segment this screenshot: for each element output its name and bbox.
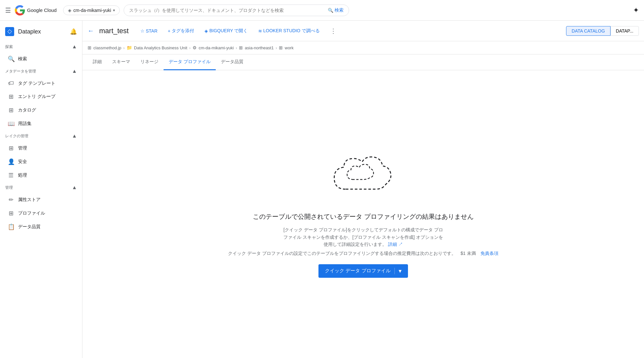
google-logo-svg: [15, 5, 25, 15]
tab-lineage[interactable]: リネージ: [135, 54, 164, 70]
cost-description: クイック データ プロファイルの設定でこのテーブルをプロファイリングする場合の推…: [228, 251, 498, 256]
looker-label: LOOKER STUDIO で調べる: [263, 28, 320, 34]
breadcrumb-region[interactable]: ⊞ asia-northeast1: [239, 45, 274, 50]
sidebar-item-tag-templates[interactable]: 🏷 タグ テンプレート: [0, 77, 82, 90]
sidebar-item-glossary-label: 用語集: [18, 121, 32, 127]
datap-tab-button[interactable]: DATAP...: [611, 26, 639, 36]
sidebar-item-manage[interactable]: ⊞ 管理: [0, 141, 82, 155]
breadcrumb-region-label: asia-northeast1: [245, 45, 274, 50]
global-search-input[interactable]: [129, 8, 325, 13]
tab-details[interactable]: 詳細: [88, 54, 107, 70]
tab-data-quality[interactable]: データ品質: [216, 54, 249, 70]
sidebar-item-process-label: 処理: [18, 172, 27, 178]
data-quality-icon: 📋: [8, 223, 14, 230]
project-icon: ◈: [68, 8, 71, 13]
detail-link[interactable]: 詳細 ↗: [388, 242, 403, 247]
folder-icon: 📁: [127, 45, 132, 50]
breadcrumb: ⊞ classmethod.jp › 📁 Data Analytics Busi…: [82, 41, 644, 54]
sidebar-section-lake[interactable]: レイクの管理 ▲: [0, 131, 82, 141]
sidebar-item-glossary[interactable]: 📖 用語集: [0, 117, 82, 131]
breadcrumb-data-analytics[interactable]: 📁 Data Analytics Business Unit: [127, 45, 187, 50]
sidebar-item-catalog-label: カタログ: [18, 107, 36, 113]
dropdown-arrow-icon: ▾: [399, 267, 402, 275]
plus-icon: +: [168, 28, 170, 34]
breadcrumb-project-label: cm-da-mikami-yuki: [199, 45, 234, 50]
gc-logo-text: Google Cloud: [27, 7, 57, 13]
disclaimer-link[interactable]: 免責条項: [480, 251, 498, 256]
sidebar-item-profile-label: プロファイル: [18, 210, 45, 216]
sidebar-item-entry-group-label: エントリ グループ: [18, 94, 55, 100]
profile-icon: ⊞: [8, 210, 14, 217]
page-title: mart_test: [99, 27, 129, 35]
bell-icon[interactable]: 🔔: [70, 28, 77, 35]
sidebar-item-security[interactable]: 👤 安全: [0, 155, 82, 169]
quick-profile-label: クイック データ プロファイル: [325, 268, 390, 274]
sidebar-section-search[interactable]: 探索 ▲: [0, 41, 82, 52]
tabs-bar: 詳細 スキーマ リネージ データ プロファイル データ品質: [82, 54, 644, 70]
tab-schema[interactable]: スキーマ: [107, 54, 135, 70]
main-empty-state: このテーブルで公開されているデータ プロファイリングの結果はありません [クイッ…: [82, 70, 644, 358]
sidebar-item-process[interactable]: ☰ 処理: [0, 169, 82, 182]
quick-profile-button[interactable]: クイック データ プロファイル ▾: [318, 264, 408, 278]
top-nav: ☰ Google Cloud ◈ cm-da-mikami-yuki ▾ 🔍 検…: [0, 0, 644, 21]
looker-icon: ≋: [258, 28, 262, 34]
search-button[interactable]: 🔍 検索: [328, 7, 344, 13]
sidebar-section-metadata[interactable]: メタデータを管理 ▲: [0, 66, 82, 77]
bigquery-open-button[interactable]: ◈ BIGQUERY で開く: [201, 26, 251, 36]
grid-icon: ⊞: [279, 45, 283, 50]
back-button[interactable]: ←: [88, 27, 94, 34]
breadcrumb-project[interactable]: ⚙ cm-da-mikami-yuki: [193, 45, 234, 50]
attribute-store-icon: ✏: [8, 196, 14, 203]
manage-icon: ⊞: [8, 145, 14, 152]
tag-icon: 🏷: [8, 80, 14, 87]
breadcrumb-classmethod-label: classmethod.jp: [93, 45, 121, 50]
breadcrumb-separator: ›: [236, 45, 237, 50]
empty-state-description: [クイック データ プロファイル]をクリックしてデフォルトの構成でデータ プロフ…: [283, 226, 444, 248]
search-btn-label: 検索: [335, 7, 344, 13]
sidebar-item-attribute-store-label: 属性ストア: [18, 197, 41, 203]
star-label: STAR: [146, 28, 157, 34]
sidebar-section-admin[interactable]: 管理 ▲: [0, 182, 82, 193]
security-icon: 👤: [8, 158, 14, 165]
google-cloud-logo: Google Cloud: [15, 5, 57, 15]
sidebar-item-search[interactable]: 🔍 検索: [0, 52, 82, 66]
search-icon: 🔍: [328, 8, 333, 13]
settings-icon: ⚙: [193, 45, 197, 50]
chevron-down-icon: ▾: [113, 8, 115, 13]
sparkle-icon[interactable]: ✦: [633, 6, 639, 15]
sidebar-item-data-quality-label: データ品質: [18, 224, 41, 230]
sidebar-logo: Dataplex 🔔: [0, 23, 82, 41]
search-icon: 🔍: [8, 55, 14, 63]
sidebar-item-entry-group[interactable]: ⊞ エントリ グループ: [0, 90, 82, 103]
sidebar-item-attribute-store[interactable]: ✏ 属性ストア: [0, 193, 82, 207]
data-catalog-tab-button[interactable]: DATA CATALOG: [566, 26, 610, 36]
dropdown-divider: [394, 268, 395, 274]
more-options-button[interactable]: ⋮: [329, 26, 338, 36]
tab-data-profile[interactable]: データ プロファイル: [164, 54, 216, 70]
project-selector[interactable]: ◈ cm-da-mikami-yuki ▾: [63, 5, 120, 15]
global-search-bar[interactable]: 🔍 検索: [124, 5, 349, 16]
sidebar-item-profile[interactable]: ⊞ プロファイル: [0, 207, 82, 220]
collapse-icon: ▲: [72, 133, 77, 139]
bigquery-icon: ◈: [204, 28, 208, 34]
dataplex-snowflake-icon: [7, 29, 13, 34]
tag-label: タグを添付: [172, 28, 194, 34]
sidebar-section-admin-label: 管理: [5, 185, 13, 190]
sidebar-item-security-label: 安全: [18, 159, 27, 165]
breadcrumb-classmethod[interactable]: ⊞ classmethod.jp: [88, 45, 121, 50]
project-name: cm-da-mikami-yuki: [73, 8, 111, 13]
breadcrumb-dataset[interactable]: ⊞ work: [279, 45, 293, 50]
hamburger-menu-icon[interactable]: ☰: [5, 6, 11, 14]
grid-icon: ⊞: [88, 45, 91, 50]
sidebar-item-tag-templates-label: タグ テンプレート: [18, 81, 55, 86]
add-tag-button[interactable]: + タグを添付: [164, 26, 198, 36]
header-actions: ☆ STAR + タグを添付 ◈ BIGQUERY で開く ≋ LOOKER S…: [137, 26, 324, 36]
sidebar-section-lake-label: レイクの管理: [5, 133, 28, 139]
star-button[interactable]: ☆ STAR: [137, 26, 161, 35]
sidebar-item-data-quality[interactable]: 📋 データ品質: [0, 220, 82, 234]
sidebar-logo-text: Dataplex: [18, 28, 41, 35]
looker-studio-button[interactable]: ≋ LOOKER STUDIO で調べる: [254, 26, 324, 36]
sidebar-item-catalog[interactable]: ⊞ カタログ: [0, 103, 82, 117]
breadcrumb-separator: ›: [189, 45, 191, 50]
content-header: ← mart_test ☆ STAR + タグを添付 ◈ BIGQUERY で開…: [82, 21, 644, 41]
